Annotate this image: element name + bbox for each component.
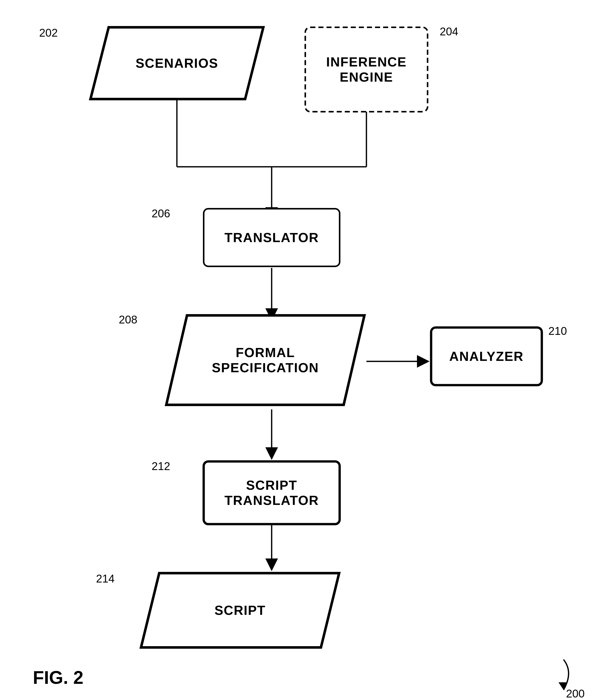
analyzer-box: ANALYZER <box>430 326 543 387</box>
scenarios-box: SCENARIOS <box>88 25 265 101</box>
inference-engine-box: INFERENCE ENGINE <box>303 25 430 114</box>
scenarios-label: SCENARIOS <box>135 56 218 71</box>
ref-204: 204 <box>440 25 458 38</box>
inference-engine-label: INFERENCE ENGINE <box>326 54 406 85</box>
svg-marker-8 <box>417 355 430 368</box>
ref-208: 208 <box>119 313 137 326</box>
analyzer-label: ANALYZER <box>449 349 524 364</box>
translator-label: TRANSLATOR <box>224 230 319 245</box>
ref-206: 206 <box>152 207 170 220</box>
script-box: SCRIPT <box>139 571 341 650</box>
translator-box: TRANSLATOR <box>202 207 341 268</box>
script-translator-box: SCRIPT TRANSLATOR <box>202 460 341 526</box>
svg-marker-12 <box>265 558 278 571</box>
script-translator-label: SCRIPT TRANSLATOR <box>224 478 319 508</box>
ref-210: 210 <box>548 325 567 337</box>
formal-spec-label: FORMAL SPECIFICATION <box>212 345 319 375</box>
ref-200: 200 <box>566 687 585 700</box>
ref-212: 212 <box>152 460 170 472</box>
formal-spec-box: FORMAL SPECIFICATION <box>164 313 367 407</box>
svg-marker-10 <box>265 447 278 460</box>
diagram-container: SCENARIOS 202 INFERENCE ENGINE 204 TRANS… <box>0 0 607 700</box>
ref-202: 202 <box>39 26 58 39</box>
figure-label: FIG. 2 <box>33 667 83 688</box>
ref-214: 214 <box>96 572 114 585</box>
script-label: SCRIPT <box>214 603 266 618</box>
